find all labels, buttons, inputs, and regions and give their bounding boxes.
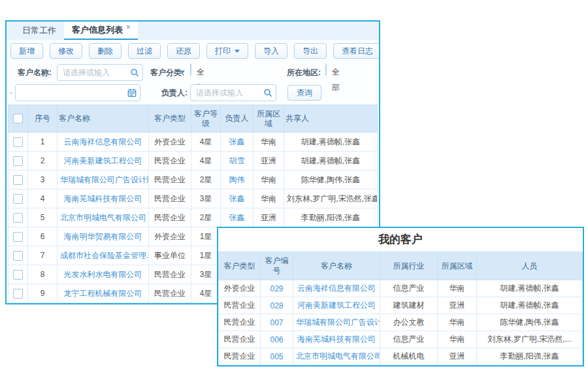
customer-name-link[interactable]: 海南芜城科技有限公司 <box>64 194 142 203</box>
row-checkbox[interactable] <box>13 232 23 242</box>
tab-daily-work[interactable]: 日常工作 <box>14 22 64 40</box>
owner-input[interactable] <box>190 84 276 101</box>
cell-people: 胡建,蒋德帧,张鑫 <box>477 297 583 314</box>
cell-no: 7 <box>28 246 57 265</box>
customer-name-link[interactable]: 北京市明城电气有限公司 <box>296 351 380 361</box>
column-header: 所属区域 <box>253 105 284 133</box>
customer-code-link[interactable]: 005 <box>270 352 283 361</box>
cell-customer-type: 民营企业 <box>149 265 191 284</box>
customer-name-link[interactable]: 云南海祥信息有限公司 <box>64 137 142 146</box>
row-checkbox[interactable] <box>13 213 23 223</box>
column-header: 负责人 <box>221 105 253 133</box>
column-header: 客户名称 <box>293 252 380 280</box>
cell-customer-type: 民营企业 <box>219 331 261 348</box>
customer-name-link[interactable]: 龙宇工程机械有限公司 <box>64 289 142 298</box>
customer-code-link[interactable]: 029 <box>270 284 283 293</box>
checkbox-cell <box>8 227 28 246</box>
cell-no: 8 <box>28 265 57 284</box>
customer-code-link[interactable]: 028 <box>270 301 283 310</box>
customer-code-link[interactable]: 006 <box>270 335 283 344</box>
column-header: 客户类型 <box>219 252 261 280</box>
owner-link[interactable]: 张鑫 <box>229 213 245 222</box>
customer-name-link[interactable]: 河南美新建筑工程公司 <box>297 301 376 310</box>
owner-link[interactable]: 陶伟 <box>229 175 245 184</box>
customer-name-link[interactable]: 海南芜城科技有限公司 <box>297 335 376 344</box>
button-label: 过滤 <box>137 46 152 57</box>
print-button[interactable]: 打印 <box>206 43 248 59</box>
row-checkbox[interactable] <box>13 175 23 185</box>
customer-name-link[interactable]: 河南美新建筑工程公司 <box>64 156 142 165</box>
tab-label: 日常工作 <box>22 25 56 37</box>
cell-customer-name: 华瑞城有限公司广告设计部 <box>293 314 380 331</box>
search-button[interactable]: 查询 <box>287 85 321 101</box>
row-checkbox[interactable] <box>13 289 23 299</box>
customer-name-link[interactable]: 云南海祥信息有限公司 <box>297 284 376 293</box>
delete-button[interactable]: 删除 <box>89 43 122 59</box>
row-checkbox[interactable] <box>13 137 23 147</box>
checkbox-cell <box>8 284 28 303</box>
owner-link[interactable]: 张鑫 <box>229 137 245 146</box>
tab-customer-list[interactable]: 客户信息列表× <box>64 22 138 40</box>
customer-name-link[interactable]: 海南明华贸易有限公司 <box>64 232 142 241</box>
toolbar: 新增修改删除过滤还原打印导入导出查看日志 <box>7 40 379 61</box>
customer-name-link[interactable]: 成都市社会保险基金管理... <box>60 251 149 260</box>
column-header: 序号 <box>28 105 57 133</box>
view-log-button[interactable]: 查看日志 <box>333 43 380 59</box>
cell-industry: 信息产业 <box>380 280 438 297</box>
column-header: 所属区域 <box>438 252 477 280</box>
row-checkbox[interactable] <box>13 270 23 280</box>
select-all-checkbox[interactable] <box>13 114 23 123</box>
cell-customer-level: 4星 <box>191 284 221 303</box>
table-row: 民营企业007华瑞城有限公司广告设计部办公文教华南陈华健,陶伟,张鑫 <box>219 314 583 331</box>
export-button[interactable]: 导出 <box>294 43 327 59</box>
cell-customer-code: 005 <box>261 348 293 365</box>
cell-people: 刘东林,罗广明,宋浩然,... <box>477 331 583 348</box>
table-row: 5北京市明城电气有限公司民营企业2星张鑫亚洲李勤丽,阳强,张鑫 <box>8 208 378 227</box>
customer-name-link[interactable]: 华瑞城有限公司广告设计部 <box>60 175 149 184</box>
region-select[interactable]: 全部 <box>325 63 327 76</box>
owner-label: 负责人: <box>161 84 188 101</box>
button-label: 修改 <box>58 46 74 57</box>
cell-customer-name: 成都市社会保险基金管理... <box>57 246 149 265</box>
cell-customer-name: 光发水利水电有限公司 <box>57 265 149 284</box>
cell-industry: 建筑建材 <box>380 297 438 314</box>
cell-region: 华南 <box>438 280 477 297</box>
cell-customer-type: 民营企业 <box>149 171 191 189</box>
owner-link[interactable]: 胡雪 <box>229 156 245 165</box>
cell-customer-name: 河南美新建筑工程公司 <box>293 297 380 314</box>
cell-customer-name: 海南芜城科技有限公司 <box>57 189 149 208</box>
customer-name-link[interactable]: 光发水利水电有限公司 <box>64 270 142 279</box>
import-button[interactable]: 导入 <box>255 43 287 59</box>
customer-name-link[interactable]: 华瑞城有限公司广告设计部 <box>296 318 380 327</box>
cell-region: 华南 <box>438 314 477 331</box>
cell-customer-name: 云南海祥信息有限公司 <box>57 133 149 152</box>
category-select[interactable]: 全部 <box>190 63 191 76</box>
row-checkbox[interactable] <box>13 251 23 261</box>
row-checkbox[interactable] <box>13 156 23 166</box>
column-header: 客户等级 <box>191 105 221 133</box>
date-input[interactable] <box>15 84 140 101</box>
cell-industry: 机械机电 <box>380 348 438 365</box>
cell-region: 亚洲 <box>253 152 284 171</box>
customer-name-input[interactable] <box>57 64 143 81</box>
cell-customer-name: 北京市明城电气有限公司 <box>293 348 380 365</box>
customer-name-link[interactable]: 北京市明城电气有限公司 <box>60 213 146 222</box>
cell-customer-level: 2星 <box>191 171 221 189</box>
checkbox-cell <box>8 265 28 284</box>
customer-code-link[interactable]: 007 <box>270 318 283 327</box>
cell-no: 5 <box>28 208 57 227</box>
cell-customer-type: 民营企业 <box>219 297 261 314</box>
table-row: 3华瑞城有限公司广告设计部民营企业2星陶伟华南陈华健,陶伟,张鑫 <box>8 171 378 189</box>
button-label: 还原 <box>176 46 191 57</box>
owner-link[interactable]: 张鑫 <box>229 194 245 203</box>
add-button[interactable]: 新增 <box>10 43 43 59</box>
chevron-down-icon <box>235 50 240 53</box>
row-checkbox[interactable] <box>13 194 23 204</box>
restore-button[interactable]: 还原 <box>167 43 200 59</box>
edit-button[interactable]: 修改 <box>50 43 82 59</box>
close-icon[interactable]: × <box>126 24 130 31</box>
cell-customer-type: 民营企业 <box>149 208 191 227</box>
filter-button[interactable]: 过滤 <box>128 43 161 59</box>
cell-customer-type: 民营企业 <box>219 314 261 331</box>
cell-customer-type: 外资企业 <box>149 227 191 246</box>
